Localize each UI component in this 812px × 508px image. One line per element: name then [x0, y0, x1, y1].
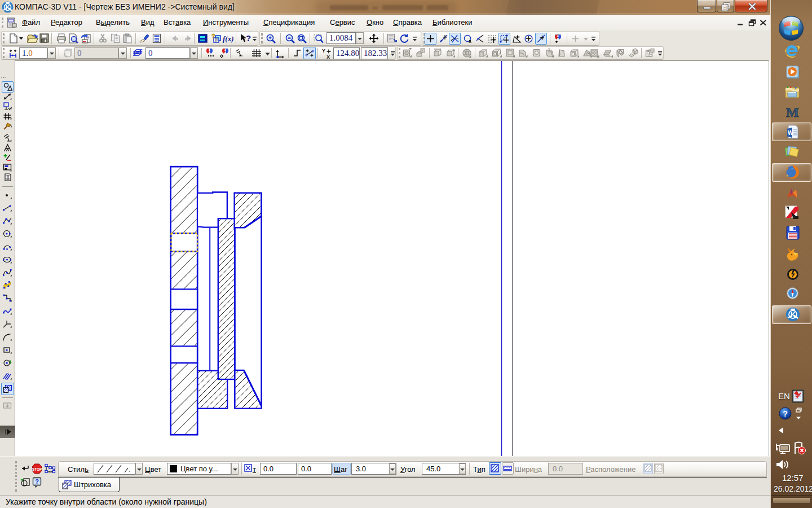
svg-text:?: ?	[246, 33, 251, 43]
svg-text:K: K	[791, 311, 796, 319]
svg-text:X: X	[326, 54, 330, 59]
svg-text:?: ?	[211, 33, 215, 40]
svg-text:?: ?	[35, 478, 39, 485]
svg-text:STOP: STOP	[32, 467, 42, 471]
svg-text:W: W	[788, 130, 793, 136]
svg-text:Y: Y	[322, 48, 325, 54]
svg-text:M: M	[786, 105, 799, 120]
svg-text:?: ?	[783, 409, 788, 418]
